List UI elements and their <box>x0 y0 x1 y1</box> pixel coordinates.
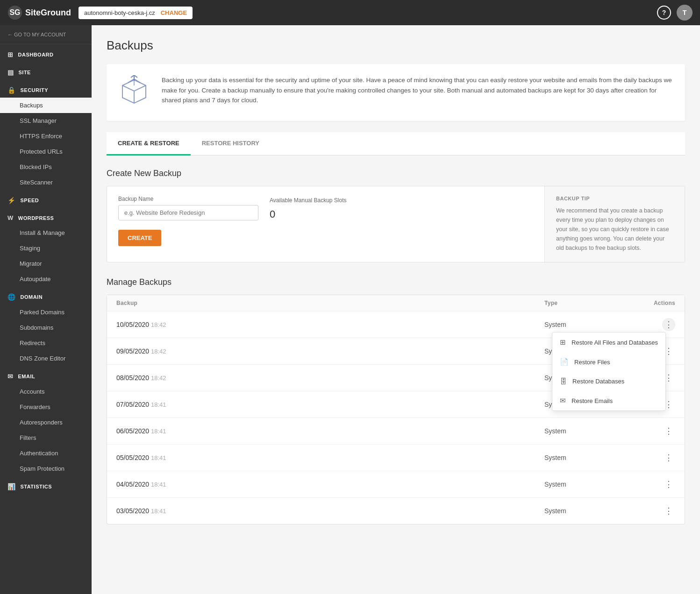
table-row: 10/05/2020 18:42 System ⋮ ⊞ Restore All … <box>107 311 685 338</box>
sidebar-item-autoresponders[interactable]: Autoresponders <box>0 415 92 430</box>
sidebar-section-domain[interactable]: 🌐 DOMAIN <box>0 287 92 304</box>
page-title: Backups <box>107 38 685 53</box>
sidebar-item-autoupdate[interactable]: Autoupdate <box>0 271 92 287</box>
table-row: 06/05/2020 18:41 System ⋮ <box>107 418 685 445</box>
info-banner-text: Backing up your data is essential for th… <box>162 75 674 106</box>
restore-emails-option[interactable]: ✉ Restore Emails <box>552 391 665 410</box>
restore-files-icon: 📄 <box>560 358 569 366</box>
slots-value: 0 <box>270 208 347 220</box>
sidebar-section-statistics[interactable]: 📊 STATISTICS <box>0 476 92 494</box>
table-header: Backup Type Actions <box>107 295 685 311</box>
sidebar-section-speed[interactable]: ⚡ SPEED <box>0 190 92 208</box>
backup-tip-text: We recommend that you create a backup ev… <box>556 206 673 253</box>
action-menu-button-1[interactable]: ⋮ <box>662 318 675 331</box>
restore-emails-icon: ✉ <box>560 396 566 405</box>
backup-name-label: Backup Name <box>118 196 258 202</box>
backup-actions-7: ⋮ <box>638 478 675 491</box>
backup-type-8: System <box>544 507 638 515</box>
sidebar-section-wordpress[interactable]: W WORDPRESS <box>0 208 92 225</box>
backup-date-4: 07/05/2020 18:41 <box>116 401 544 408</box>
sidebar-item-protected-urls[interactable]: Protected URLs <box>0 144 92 159</box>
banner-icon <box>118 75 150 110</box>
backups-table: Backup Type Actions 10/05/2020 18:42 Sys… <box>107 295 685 524</box>
tab-restore-history[interactable]: RESTORE HISTORY <box>191 132 271 156</box>
sidebar-item-authentication[interactable]: Authentication <box>0 446 92 461</box>
backup-type-5: System <box>544 427 638 435</box>
form-row: Backup Name Available Manual Backup Slot… <box>118 196 533 220</box>
wordpress-icon: W <box>7 214 14 221</box>
sidebar-item-redirects[interactable]: Redirects <box>0 335 92 351</box>
sidebar-item-accounts[interactable]: Accounts <box>0 384 92 399</box>
tab-create-restore[interactable]: CREATE & RESTORE <box>107 132 191 156</box>
restore-databases-option[interactable]: 🗄 Restore Databases <box>552 372 665 391</box>
domain-icon: 🌐 <box>7 293 16 301</box>
backup-form: Backup Name Available Manual Backup Slot… <box>107 186 685 262</box>
table-row: 04/05/2020 18:41 System ⋮ <box>107 471 685 498</box>
restore-databases-icon: 🗄 <box>560 377 567 385</box>
backup-date-3: 08/05/2020 18:42 <box>116 374 544 382</box>
slots-label: Available Manual Backup Slots <box>270 197 347 204</box>
help-button[interactable]: ? <box>657 6 671 20</box>
sidebar-item-sitescanner[interactable]: SiteScanner <box>0 175 92 190</box>
backup-actions-1: ⋮ <box>638 318 675 331</box>
sidebar-section-dashboard[interactable]: ⊞ DASHBOARD <box>0 44 92 62</box>
security-icon: 🔒 <box>7 86 16 94</box>
info-banner: Backing up your data is essential for th… <box>107 64 685 121</box>
sidebar-section-email[interactable]: ✉ EMAIL <box>0 366 92 384</box>
topbar-right: ? T <box>657 5 693 21</box>
restore-all-option[interactable]: ⊞ Restore All Files and Databases <box>552 332 665 352</box>
header-backup: Backup <box>116 300 544 306</box>
site-selector[interactable]: autonomni-boty-ceska-j.cz CHANGE <box>79 7 193 19</box>
backup-type-7: System <box>544 481 638 488</box>
sidebar-item-migrator[interactable]: Migrator <box>0 256 92 271</box>
backup-tip: BACKUP TIP We recommend that you create … <box>544 186 685 262</box>
backup-date-5: 06/05/2020 18:41 <box>116 427 544 435</box>
sidebar-item-dns-zone-editor[interactable]: DNS Zone Editor <box>0 351 92 366</box>
sidebar-section-security[interactable]: 🔒 SECURITY <box>0 80 92 98</box>
dashboard-icon: ⊞ <box>7 51 14 58</box>
go-to-account-link[interactable]: ← GO TO MY ACCOUNT <box>0 25 92 44</box>
topbar-left: SG SiteGround autonomni-boty-ceska-j.cz … <box>7 5 193 20</box>
action-menu-button-6[interactable]: ⋮ <box>662 451 675 464</box>
logo-text: SiteGround <box>25 8 71 18</box>
backup-tip-title: BACKUP TIP <box>556 196 673 201</box>
logo[interactable]: SG SiteGround <box>7 5 71 20</box>
sidebar: ← GO TO MY ACCOUNT ⊞ DASHBOARD ▤ SITE 🔒 … <box>0 25 92 594</box>
manage-section-title: Manage Backups <box>107 277 685 287</box>
backup-date-7: 04/05/2020 18:41 <box>116 481 544 488</box>
sidebar-item-install-manage[interactable]: Install & Manage <box>0 225 92 240</box>
restore-files-option[interactable]: 📄 Restore Files <box>552 352 665 372</box>
create-section-title: Create New Backup <box>107 169 685 178</box>
avatar[interactable]: T <box>677 5 693 21</box>
sidebar-section-site[interactable]: ▤ SITE <box>0 62 92 80</box>
speed-icon: ⚡ <box>7 197 16 204</box>
sidebar-item-filters[interactable]: Filters <box>0 430 92 446</box>
action-menu-button-8[interactable]: ⋮ <box>662 504 675 517</box>
change-site-button[interactable]: CHANGE <box>161 9 187 16</box>
site-domain: autonomni-boty-ceska-j.cz <box>84 9 155 16</box>
sidebar-item-backups[interactable]: Backups <box>0 98 92 113</box>
backup-name-input[interactable] <box>118 205 258 220</box>
siteground-logo-icon: SG <box>7 5 22 20</box>
tabs-bar: CREATE & RESTORE RESTORE HISTORY <box>107 132 685 156</box>
backup-type-1: System <box>544 321 638 328</box>
sidebar-item-blocked-ips[interactable]: Blocked IPs <box>0 159 92 175</box>
create-backup-button[interactable]: CREATE <box>118 230 161 246</box>
action-menu-button-5[interactable]: ⋮ <box>662 424 675 438</box>
svg-text:SG: SG <box>9 8 20 16</box>
sidebar-item-https-enforce[interactable]: HTTPS Enforce <box>0 128 92 144</box>
backup-date-8: 03/05/2020 18:41 <box>116 507 544 515</box>
action-menu-button-7[interactable]: ⋮ <box>662 478 675 491</box>
sidebar-item-spam-protection[interactable]: Spam Protection <box>0 461 92 476</box>
backup-date-6: 05/05/2020 18:41 <box>116 454 544 461</box>
email-icon: ✉ <box>7 373 14 380</box>
table-row: 03/05/2020 18:41 System ⋮ <box>107 498 685 524</box>
sidebar-item-staging[interactable]: Staging <box>0 240 92 256</box>
sidebar-item-parked-domains[interactable]: Parked Domains <box>0 304 92 320</box>
header-actions: Actions <box>638 300 675 306</box>
table-row: 05/05/2020 18:41 System ⋮ <box>107 445 685 471</box>
slots-group: Available Manual Backup Slots 0 <box>270 197 347 220</box>
sidebar-item-subdomains[interactable]: Subdomains <box>0 320 92 335</box>
sidebar-item-ssl-manager[interactable]: SSL Manager <box>0 113 92 128</box>
sidebar-item-forwarders[interactable]: Forwarders <box>0 399 92 415</box>
